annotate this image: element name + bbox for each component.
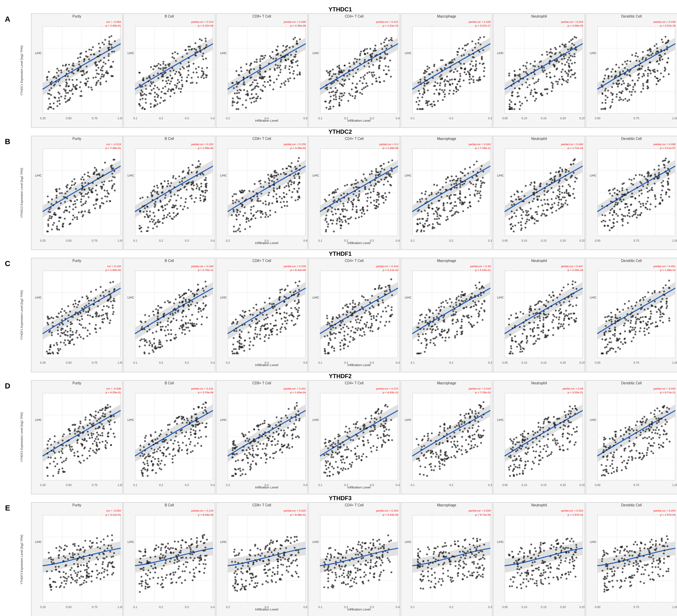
svg-point-5632 (461, 453, 463, 455)
svg-point-1180 (525, 71, 527, 73)
svg-point-5630 (428, 437, 429, 439)
svg-point-4845 (107, 407, 109, 408)
svg-point-5484 (376, 446, 378, 448)
svg-text:0.50: 0.50 (595, 605, 601, 609)
svg-point-1781 (94, 171, 95, 173)
svg-point-6701 (246, 570, 248, 572)
svg-point-2535 (464, 196, 466, 198)
svg-point-5036 (190, 451, 192, 453)
svg-point-2963 (645, 203, 647, 204)
svg-point-3313 (110, 282, 111, 283)
svg-point-6624 (264, 565, 266, 567)
svg-point-3895 (352, 306, 353, 308)
svg-text:0.25: 0.25 (40, 483, 46, 487)
svg-point-3278 (76, 306, 78, 308)
svg-point-147 (93, 53, 95, 55)
svg-point-6138 (654, 410, 656, 411)
svg-point-2071 (283, 192, 285, 194)
svg-point-3271 (77, 313, 79, 314)
svg-point-121 (99, 50, 100, 52)
svg-point-887 (357, 69, 359, 70)
svg-point-4332 (522, 351, 523, 352)
svg-point-2094 (297, 160, 299, 162)
svg-point-4879 (103, 416, 105, 417)
svg-point-622 (274, 68, 275, 69)
svg-point-3949 (352, 300, 354, 302)
svg-point-5456 (329, 471, 330, 472)
svg-point-7192 (468, 571, 470, 573)
section-letter-E: E (3, 502, 12, 616)
svg-point-1617 (103, 181, 105, 182)
svg-point-5912 (538, 426, 540, 428)
svg-point-5493 (367, 439, 369, 441)
svg-point-4263 (552, 314, 554, 316)
svg-point-3013 (613, 218, 615, 220)
svg-point-5419 (360, 459, 362, 461)
svg-point-6948 (342, 561, 344, 563)
svg-text:0.2: 0.2 (159, 117, 163, 120)
svg-point-1284 (549, 61, 551, 62)
svg-point-886 (359, 92, 361, 94)
svg-point-3663 (279, 331, 281, 333)
svg-point-2613 (459, 192, 461, 194)
svg-point-2397 (357, 199, 359, 201)
svg-point-6285 (55, 566, 57, 568)
svg-point-3261 (113, 311, 114, 313)
svg-point-4690 (113, 433, 114, 434)
svg-point-3315 (102, 319, 103, 320)
svg-point-1848 (153, 189, 155, 191)
svg-point-2294 (340, 213, 341, 215)
svg-point-3005 (640, 203, 642, 204)
svg-point-4739 (62, 444, 64, 446)
svg-text:LIHC: LIHC (405, 51, 411, 55)
svg-point-4770 (110, 419, 111, 421)
svg-point-2984 (609, 219, 611, 221)
svg-point-6252 (111, 556, 112, 558)
svg-point-3085 (613, 210, 615, 211)
svg-point-4377 (515, 317, 517, 319)
svg-point-1335 (544, 70, 546, 71)
svg-point-3000 (661, 200, 663, 201)
svg-point-6861 (372, 543, 374, 544)
svg-point-372 (206, 44, 207, 46)
svg-point-3708 (236, 323, 238, 325)
svg-point-4395 (568, 324, 570, 325)
svg-point-3118 (647, 197, 649, 199)
svg-point-5314 (234, 448, 236, 450)
svg-point-6155 (636, 429, 637, 431)
svg-point-996 (457, 83, 458, 85)
svg-point-6925 (354, 567, 356, 569)
svg-point-2403 (352, 203, 353, 205)
svg-point-790 (333, 73, 335, 75)
svg-point-1944 (196, 175, 198, 176)
svg-point-395 (191, 77, 193, 79)
svg-point-6249 (75, 572, 76, 574)
svg-point-4361 (570, 313, 572, 314)
svg-point-3207 (56, 342, 58, 344)
svg-text:0.3: 0.3 (488, 239, 492, 242)
svg-point-5046 (160, 433, 162, 435)
svg-point-3530 (168, 333, 170, 335)
svg-point-1111 (423, 88, 424, 89)
svg-point-250 (156, 93, 158, 95)
svg-text:0.75: 0.75 (633, 605, 639, 609)
svg-point-2348 (385, 196, 387, 198)
svg-point-4130 (432, 312, 434, 314)
svg-point-6122 (664, 423, 666, 425)
svg-point-4490 (626, 313, 628, 315)
y-axis-label-YTHDC2: YTHDC2 Expression Level (log2 TPM) (12, 136, 31, 250)
svg-point-4544 (634, 327, 636, 329)
svg-point-5589 (474, 438, 475, 440)
svg-point-6558 (198, 563, 200, 565)
svg-point-119 (73, 86, 74, 88)
svg-point-1532 (659, 54, 661, 56)
svg-point-4417 (576, 288, 577, 290)
svg-point-5226 (249, 469, 251, 471)
svg-point-1065 (448, 93, 450, 94)
svg-point-1701 (89, 189, 90, 191)
svg-point-271 (181, 84, 183, 85)
svg-text:0.4: 0.4 (396, 361, 400, 364)
svg-point-825 (338, 102, 340, 104)
svg-point-5642 (460, 414, 461, 416)
svg-point-3881 (358, 304, 359, 306)
